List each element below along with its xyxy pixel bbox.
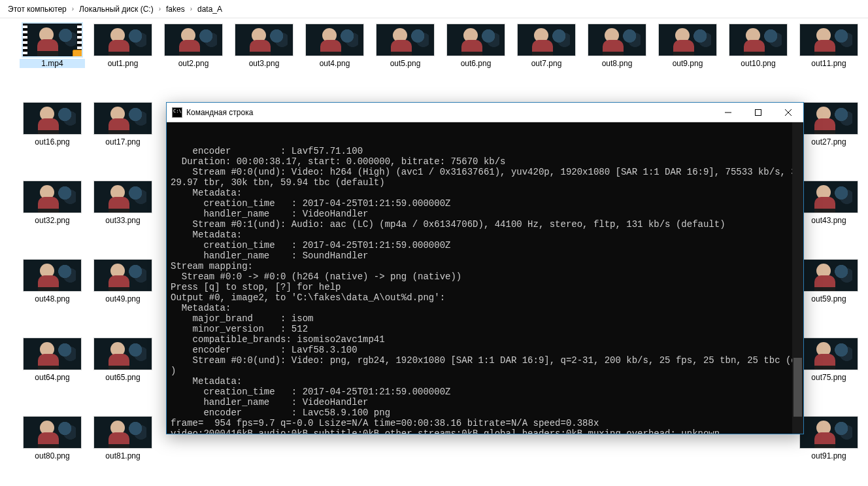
cmd-line: handler_name : VideoHandler [171,397,799,408]
image-thumbnail [93,181,152,213]
file-label: out80.png [20,451,85,460]
file-label: out3.png [231,59,297,68]
breadcrumb-segment[interactable]: fakes [163,5,188,14]
image-thumbnail [517,24,576,56]
image-thumbnail [235,24,293,56]
file-label: out11.png [796,59,861,68]
file-label: out5.png [373,59,438,68]
file-label: out9.png [655,59,720,68]
file-label: out10.png [726,59,791,68]
cmd-line: Metadata: [171,188,799,198]
breadcrumb-segment[interactable]: Локальный диск (C:) [76,5,156,14]
file-label: out2.png [161,59,226,68]
image-thumbnail [305,24,364,56]
breadcrumb-segment[interactable]: data_A [195,5,225,14]
cmd-line: encoder : Lavf57.71.100 [171,146,799,156]
image-thumbnail [799,181,858,213]
image-thumbnail [93,416,152,449]
image-thumbnail [164,24,223,56]
cmd-line: handler_name : VideoHandler [171,209,799,219]
chevron-right-icon: › [69,5,76,12]
cmd-scrollbar[interactable] [792,122,803,434]
file-item[interactable]: out59.png [796,259,861,311]
file-item[interactable]: out81.png [90,416,156,468]
file-item[interactable]: out10.png [726,24,791,76]
file-item[interactable]: out49.png [90,259,156,311]
file-label: out7.png [514,59,579,68]
media-player-badge-icon [73,50,82,56]
svg-rect-0 [756,109,761,115]
cmd-line: Stream #0:0(und): Video: h264 (High) (av… [171,167,799,177]
file-label: out65.png [90,373,156,382]
file-item[interactable]: out65.png [90,338,156,390]
file-label: out27.png [796,137,861,147]
cmd-line: compatible_brands: isomiso2avc1mp41 [171,334,799,345]
file-item[interactable]: out91.png [796,416,861,468]
image-thumbnail [23,102,82,135]
file-item[interactable]: out33.png [90,181,156,233]
image-thumbnail [799,338,858,370]
file-label: 1.mp4 [20,59,85,68]
file-label: out43.png [796,216,861,225]
file-item[interactable]: out3.png [231,24,297,76]
image-thumbnail [23,259,82,292]
file-item[interactable]: out6.png [443,24,509,76]
file-label: out8.png [584,59,650,68]
cmd-line: Duration: 00:00:38.17, start: 0.000000, … [171,156,799,167]
image-thumbnail [93,338,152,370]
file-label: out64.png [20,373,85,382]
breadcrumb-segment[interactable]: Этот компьютер [5,5,69,14]
breadcrumb[interactable]: Этот компьютер›Локальный диск (C:)›fakes… [0,0,868,18]
cmd-titlebar[interactable]: Командная строка [167,103,803,122]
cmd-line: video:2000416kB audio:0kB subtitle:0kB o… [171,428,799,434]
file-label: out6.png [443,59,509,68]
file-item[interactable]: out9.png [655,24,720,76]
file-item[interactable]: out16.png [20,102,85,154]
cmd-line: 29.97 tbr, 30k tbn, 59.94 tbc (default) [171,177,799,188]
cmd-line: frame= 954 fps=9.7 q=-0.0 Lsize=N/A time… [171,418,799,428]
image-thumbnail [799,259,858,292]
file-item[interactable]: out64.png [20,338,85,390]
file-item[interactable]: out48.png [20,259,85,311]
file-item[interactable]: out11.png [796,24,861,76]
file-label: out17.png [90,137,156,147]
file-item[interactable]: out27.png [796,102,861,154]
cmd-line: Stream #0:0(und): Video: png, rgb24, 192… [171,355,799,366]
command-prompt-window[interactable]: Командная строка encoder : Lavf57.71.100… [166,102,804,434]
file-label: out59.png [796,294,861,304]
minimize-button[interactable] [713,103,743,122]
file-label: out75.png [796,373,861,382]
cmd-line: encoder : Lavc58.9.100 png [171,408,799,418]
file-item[interactable]: out2.png [161,24,226,76]
maximize-button[interactable] [743,103,773,122]
image-thumbnail [799,24,858,56]
file-label: out91.png [796,451,861,460]
file-label: out32.png [20,216,85,225]
file-item[interactable]: out80.png [20,416,85,468]
cmd-output[interactable]: encoder : Lavf57.71.100 Duration: 00:00:… [167,122,803,434]
file-item[interactable]: out17.png [90,102,156,154]
close-button[interactable] [773,103,803,122]
cmd-line: Stream #0:0 -> #0:0 (h264 (native) -> pn… [171,271,799,282]
file-label: out1.png [90,59,156,68]
file-item[interactable]: out75.png [796,338,861,390]
file-item[interactable]: out43.png [796,181,861,233]
image-thumbnail [23,338,82,370]
file-item[interactable]: out7.png [514,24,579,76]
file-item[interactable]: out4.png [302,24,367,76]
cmd-line: Stream #0:1(und): Audio: aac (LC) (mp4a … [171,219,799,230]
cmd-line: Press [q] to stop, [?] for help [171,282,799,292]
file-item[interactable]: out5.png [373,24,438,76]
image-thumbnail [799,416,858,449]
cmd-icon [172,107,182,118]
cmd-scrollbar-thumb[interactable] [793,358,802,417]
image-thumbnail [23,416,82,449]
file-item[interactable]: out1.png [90,24,156,76]
image-thumbnail [23,181,82,213]
cmd-line: Output #0, image2, to 'C:\fakes\data_A\o… [171,292,799,303]
file-item[interactable]: out8.png [584,24,650,76]
file-item[interactable]: out32.png [20,181,85,233]
file-item[interactable]: 1.mp4 [20,24,85,76]
image-thumbnail [93,102,152,135]
file-label: out33.png [90,216,156,225]
